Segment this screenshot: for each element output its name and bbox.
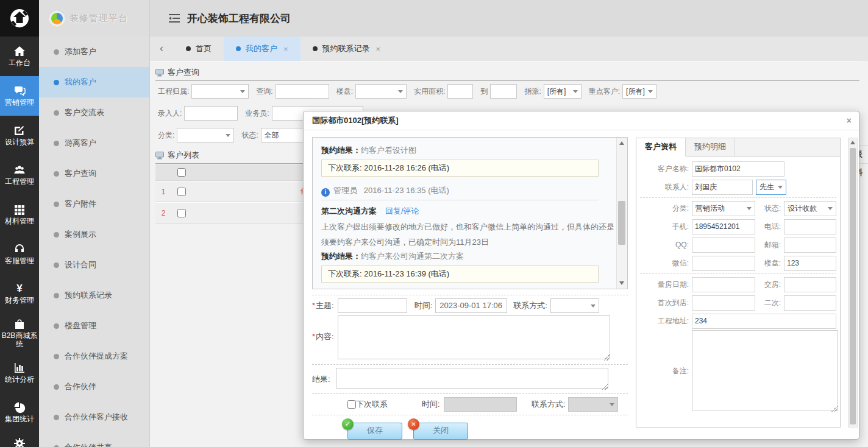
entry-label: 录入人:: [158, 108, 182, 119]
rail-item-materials[interactable]: 材料管理: [0, 195, 39, 234]
resize-grip-icon[interactable]: [602, 384, 608, 390]
content-textarea[interactable]: [338, 315, 610, 359]
submenu-item-add-customer[interactable]: 添加客户: [39, 37, 149, 67]
building-input[interactable]: [784, 256, 836, 271]
category-select[interactable]: [177, 128, 234, 143]
tab-customer-profile[interactable]: 客户资料: [636, 138, 686, 157]
keyword-input[interactable]: [276, 84, 329, 99]
tabs-scroll-left-icon[interactable]: ‹: [149, 37, 174, 61]
resize-grip-icon[interactable]: [831, 406, 838, 412]
title-select[interactable]: 先生: [756, 180, 786, 195]
query-section-title: 客户查询: [168, 67, 199, 78]
tab-my-customers[interactable]: 我的客户 ×: [224, 37, 301, 61]
remark-textarea[interactable]: [692, 330, 838, 410]
rail-item-project[interactable]: 工程管理: [0, 155, 39, 195]
dropdown-arrow-icon: [398, 90, 403, 93]
submenu-item-floating-customers[interactable]: 游离客户: [39, 128, 149, 158]
category-label: 分类:: [158, 130, 174, 141]
followup-contact-select[interactable]: [568, 397, 618, 412]
submenu-item-appointment-records[interactable]: 预约联系记录: [39, 280, 149, 311]
rail-item-design-budget[interactable]: 设计预算: [0, 116, 39, 155]
save-button[interactable]: 保存: [347, 423, 402, 440]
contact-name-input[interactable]: [692, 180, 753, 195]
rail-item-finance[interactable]: ¥ 财务管理: [0, 274, 39, 314]
followup-time-input[interactable]: [444, 397, 517, 412]
customer-name-input[interactable]: [692, 161, 784, 177]
result-value: 约客户看设计图: [361, 146, 416, 155]
submenu-item-partner-commission[interactable]: 合作伙伴提成方案: [39, 341, 149, 371]
scroll-down-icon[interactable]: [619, 281, 624, 285]
contact-method-select[interactable]: [550, 298, 599, 313]
second-visit-input[interactable]: [784, 295, 836, 311]
rail-item-group-stats[interactable]: 集团统计: [0, 393, 39, 432]
submenu-item-attachments[interactable]: 客户附件: [39, 189, 149, 219]
scrollbar-thumb[interactable]: [618, 201, 625, 245]
wechat-input[interactable]: [692, 256, 755, 271]
submenu-item-design-contract[interactable]: 设计合同: [39, 250, 149, 280]
tab-appointment-detail[interactable]: 预约明细: [686, 138, 735, 156]
row-checkbox[interactable]: [177, 188, 186, 196]
edge-line: [859, 163, 868, 164]
handover-input[interactable]: [784, 277, 836, 292]
marketing-submenu: 装修管理平台 添加客户 我的客户 客户交流表 游离客户 客户查询 客户附件 案例…: [39, 0, 150, 447]
check-circle-icon: [342, 418, 354, 430]
tab-bar: ‹ 首页 我的客户 × 预约联系记录 ×: [149, 37, 868, 62]
resize-grip-icon[interactable]: [603, 354, 610, 361]
rail-item-settings[interactable]: [0, 437, 39, 447]
address-input[interactable]: [692, 314, 836, 329]
submenu-item-partner[interactable]: 合作伙伴: [39, 371, 149, 402]
submenu-item-case-show[interactable]: 案例展示: [39, 219, 149, 250]
rail-item-service[interactable]: 客服管理: [0, 234, 39, 274]
modal-close-icon[interactable]: ×: [847, 116, 852, 125]
address-row: 工程地址:: [640, 312, 836, 330]
area-to-input[interactable]: [490, 84, 517, 99]
entry-input[interactable]: [184, 106, 238, 121]
shopping-bag-icon: [13, 318, 26, 330]
area-from-input[interactable]: [447, 84, 473, 99]
tab-close-icon[interactable]: ×: [283, 44, 288, 54]
time-value-box[interactable]: 2023-09-01 17:06: [435, 298, 507, 313]
phone-input[interactable]: [784, 219, 836, 234]
submenu-item-partner-receive[interactable]: 合作伙伴客户接收: [39, 402, 149, 432]
subject-input[interactable]: [338, 298, 407, 313]
qq-input[interactable]: [692, 238, 755, 253]
mobile-input[interactable]: [692, 219, 755, 234]
submenu-item-communication[interactable]: 客户交流表: [39, 97, 149, 128]
rail-item-workbench[interactable]: 工作台: [0, 37, 39, 76]
submenu-item-building-mgmt[interactable]: 楼盘管理: [39, 311, 149, 341]
tab-close-icon[interactable]: ×: [376, 44, 381, 54]
scroll-up-icon[interactable]: [850, 141, 855, 144]
project-select[interactable]: [191, 84, 249, 99]
bullet-icon: [54, 354, 59, 359]
category-select[interactable]: 营销活动: [692, 201, 755, 216]
rail-item-statistics[interactable]: 统计分析: [0, 353, 39, 393]
assign-select[interactable]: [所有]: [544, 84, 582, 99]
submenu-item-my-customers[interactable]: 我的客户: [39, 67, 149, 97]
scroll-up-icon[interactable]: [619, 141, 624, 145]
select-all-checkbox[interactable]: [177, 168, 186, 177]
submenu-item-partner-share[interactable]: 合作伙伴共享: [39, 432, 149, 447]
followup-checkbox[interactable]: [347, 400, 356, 409]
app-logo[interactable]: [0, 0, 39, 37]
vip-select[interactable]: [所有]: [622, 84, 656, 99]
row-checkbox[interactable]: [177, 209, 186, 217]
first-visit-input[interactable]: [692, 295, 755, 311]
rail-item-marketing[interactable]: 营销管理: [0, 76, 39, 116]
tab-home[interactable]: 首页: [174, 37, 224, 61]
rail-item-b2b-mall[interactable]: B2B商城系统: [0, 314, 39, 353]
menu-fold-icon[interactable]: [169, 14, 180, 23]
result-textarea[interactable]: [336, 368, 608, 389]
dropdown-arrow-icon: [648, 90, 653, 93]
tab-appointment-records[interactable]: 预约联系记录 ×: [301, 37, 393, 61]
email-input[interactable]: [784, 238, 836, 253]
close-button[interactable]: 关闭: [413, 423, 468, 440]
submenu-label: 案例展示: [65, 229, 96, 240]
building-select[interactable]: [355, 84, 407, 99]
reply-comment-link[interactable]: 回复/评论: [385, 206, 419, 216]
scrollbar-thumb[interactable]: [850, 148, 856, 424]
profile-tabs: 客户资料 预约明细: [636, 138, 840, 157]
bullet-icon: [54, 232, 59, 238]
status-select[interactable]: 设计收款: [784, 201, 836, 216]
measure-date-input[interactable]: [692, 277, 755, 292]
submenu-item-customer-query[interactable]: 客户查询: [39, 158, 149, 189]
